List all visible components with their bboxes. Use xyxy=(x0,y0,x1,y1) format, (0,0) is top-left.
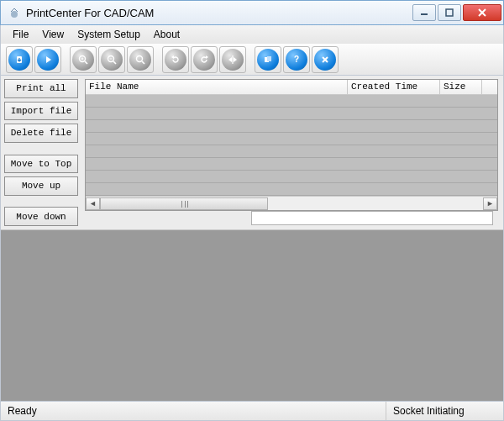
scroll-right-icon[interactable]: ► xyxy=(483,197,497,210)
table-row[interactable] xyxy=(86,108,497,120)
svg-line-8 xyxy=(85,61,87,64)
info-box xyxy=(251,211,493,225)
svg-text:?: ? xyxy=(294,55,299,64)
close-button[interactable] xyxy=(463,4,501,21)
svg-line-12 xyxy=(113,61,116,64)
col-created-time[interactable]: Created Time xyxy=(348,80,440,94)
import-file-button[interactable]: Import file xyxy=(4,102,78,121)
table-row[interactable] xyxy=(86,133,497,145)
tool-help-button[interactable]: ? xyxy=(283,46,310,73)
play-icon xyxy=(37,49,59,71)
svg-point-14 xyxy=(137,55,143,61)
menubar: File View System Setup About xyxy=(0,25,504,44)
svg-marker-20 xyxy=(234,57,237,62)
table-body[interactable] xyxy=(86,95,497,196)
tool-rotate-ccw-button[interactable] xyxy=(191,46,218,73)
h-scrollbar[interactable]: ◄ ► xyxy=(86,196,497,210)
close-icon xyxy=(314,49,336,71)
tool-zoom-in-button[interactable] xyxy=(70,46,97,73)
tool-mirror-button[interactable] xyxy=(219,46,246,73)
move-to-top-button[interactable]: Move to Top xyxy=(4,155,78,174)
sidebar: Print all Import file Delete file Move t… xyxy=(1,76,81,229)
rotate-ccw-icon xyxy=(193,49,215,71)
help-icon: ? xyxy=(286,49,307,71)
minimize-button[interactable] xyxy=(412,4,436,21)
tool-play-button[interactable] xyxy=(34,46,61,73)
svg-marker-6 xyxy=(46,56,51,63)
scroll-thumb[interactable] xyxy=(100,197,268,210)
refresh-icon xyxy=(8,49,30,71)
tool-files-button[interactable] xyxy=(255,46,281,73)
table-row[interactable] xyxy=(86,171,497,183)
tool-zoom-fit-button[interactable] xyxy=(127,46,154,73)
zoom-fit-icon xyxy=(129,49,151,71)
menu-file[interactable]: File xyxy=(6,27,35,42)
table-row[interactable] xyxy=(86,120,497,133)
app-icon xyxy=(8,6,21,19)
status-right: Socket Initiating xyxy=(386,402,503,420)
table-wrap: File Name Created Time Size ◄ xyxy=(81,76,503,229)
table-row[interactable] xyxy=(86,183,497,196)
titlebar: PrintCenter For CAD/CAM xyxy=(0,0,504,25)
table-row[interactable] xyxy=(86,95,497,108)
table-header: File Name Created Time Size xyxy=(86,80,497,95)
client-area: Print all Import file Delete file Move t… xyxy=(0,76,504,401)
menu-about[interactable]: About xyxy=(147,27,186,42)
tool-close-button[interactable] xyxy=(312,46,339,73)
tool-zoom-out-button[interactable] xyxy=(98,46,125,73)
svg-marker-17 xyxy=(206,55,208,59)
tool-rotate-cw-button[interactable] xyxy=(162,46,189,73)
file-table[interactable]: File Name Created Time Size ◄ xyxy=(85,79,498,211)
maximize-button[interactable] xyxy=(438,4,461,21)
menu-view[interactable]: View xyxy=(35,27,71,42)
menu-system-setup[interactable]: System Setup xyxy=(71,27,147,42)
col-file-name[interactable]: File Name xyxy=(86,80,348,94)
files-icon xyxy=(257,49,279,71)
status-left: Ready xyxy=(1,405,44,417)
scroll-track[interactable] xyxy=(100,197,483,210)
col-size[interactable]: Size xyxy=(440,80,482,94)
svg-line-15 xyxy=(142,61,144,64)
print-all-button[interactable]: Print all xyxy=(4,79,78,98)
toolbar: ? xyxy=(0,44,504,76)
tool-refresh-button[interactable] xyxy=(6,46,33,73)
svg-point-0 xyxy=(11,11,18,18)
table-row[interactable] xyxy=(86,158,497,171)
upper-panel: Print all Import file Delete file Move t… xyxy=(1,76,503,230)
table-row[interactable] xyxy=(86,145,497,158)
statusbar: Ready Socket Initiating xyxy=(0,401,504,421)
svg-marker-19 xyxy=(228,57,232,62)
preview-area xyxy=(1,230,503,401)
below-table xyxy=(85,211,498,228)
svg-rect-2 xyxy=(446,9,453,16)
scroll-left-icon[interactable]: ◄ xyxy=(86,197,100,210)
move-up-button[interactable]: Move up xyxy=(4,176,78,196)
zoom-in-icon xyxy=(72,49,94,71)
move-down-button[interactable]: Move down xyxy=(4,207,78,226)
mirror-icon xyxy=(222,49,244,71)
svg-rect-22 xyxy=(267,56,271,61)
rotate-cw-icon xyxy=(165,49,186,71)
zoom-out-icon xyxy=(101,49,123,71)
delete-file-button[interactable]: Delete file xyxy=(4,124,78,143)
window-title: PrintCenter For CAD/CAM xyxy=(26,7,411,19)
svg-marker-16 xyxy=(171,55,174,59)
